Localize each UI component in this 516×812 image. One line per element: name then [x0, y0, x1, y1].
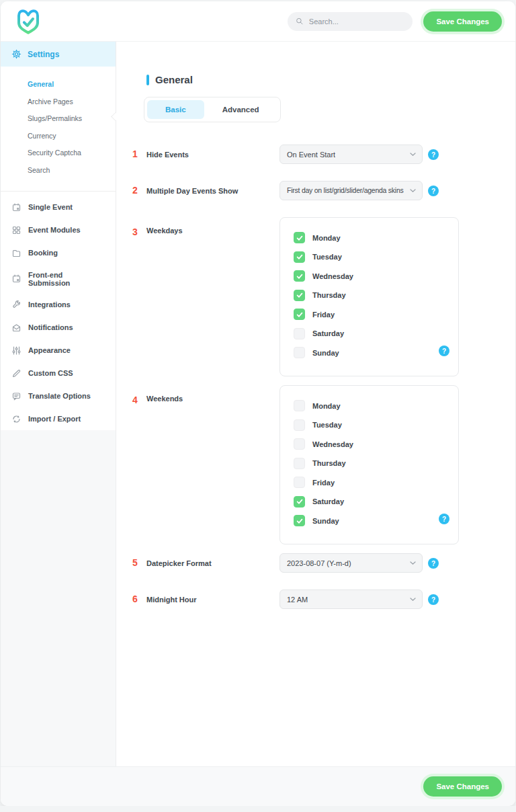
menu-label: Custom CSS	[28, 369, 73, 377]
sync-icon	[11, 414, 22, 424]
save-changes-button-footer[interactable]: Save Changes	[423, 776, 502, 797]
select-value: 12 AM	[287, 596, 308, 604]
tab-advanced[interactable]: Advanced	[204, 100, 277, 119]
menu-label: Front-end Submission	[28, 271, 105, 287]
chevron-down-icon	[410, 153, 416, 157]
day-label: Thursday	[312, 291, 346, 299]
sidebar-item-event-modules[interactable]: Event Modules	[1, 218, 116, 241]
save-changes-button-header[interactable]: Save Changes	[423, 11, 502, 32]
menu-label: Notifications	[28, 323, 73, 331]
help-icon[interactable]: ?	[428, 186, 439, 196]
sidebar-item-single-event[interactable]: Single Event	[1, 196, 116, 218]
field-label: Weekends	[146, 385, 280, 403]
checkbox-unchecked-icon[interactable]	[294, 438, 305, 450]
sidebar-item-general[interactable]: General	[28, 76, 116, 93]
select-value: On Event Start	[287, 151, 335, 159]
sidebar-item-currency[interactable]: Currency	[28, 128, 116, 145]
weekdays-panel: MondayTuesdayWednesdayThursdayFridaySatu…	[280, 217, 459, 376]
main-content: General Basic Advanced 1 Hide Events On …	[116, 42, 515, 766]
checkbox-checked-icon[interactable]	[294, 496, 305, 508]
day-label: Friday	[312, 479, 335, 487]
sidebar-item-appearance[interactable]: Appearance	[1, 339, 116, 362]
field-weekdays: 3 Weekdays MondayTuesdayWednesdayThursda…	[132, 217, 515, 376]
sidebar-item-slugs-permalinks[interactable]: Slugs/Permalinks	[28, 110, 116, 128]
checkbox-checked-icon[interactable]	[294, 232, 305, 243]
sidebar-item-security-captcha[interactable]: Security Captcha	[28, 145, 116, 162]
sidebar-item-booking[interactable]: Booking	[1, 241, 116, 264]
help-icon[interactable]: ?	[439, 346, 449, 356]
checkbox-checked-icon[interactable]	[294, 309, 305, 320]
search-input[interactable]	[309, 17, 405, 26]
day-checkbox-row: Wednesday	[294, 438, 449, 450]
menu-label: Single Event	[28, 203, 73, 211]
checkbox-checked-icon[interactable]	[294, 515, 305, 526]
sidebar-item-settings[interactable]: Settings	[1, 42, 116, 67]
field-midnight-hour: 6 Midnight Hour 12 AM ?	[132, 590, 515, 609]
footer-bar: Save Changes	[1, 766, 515, 806]
settings-submenu: General Archive Pages Slugs/Permalinks C…	[1, 67, 116, 186]
day-checkbox-row: Sunday	[294, 515, 449, 526]
checkbox-unchecked-icon[interactable]	[294, 419, 305, 431]
field-number: 2	[132, 181, 146, 196]
menu-label: Integrations	[28, 300, 71, 309]
day-checkbox-row: Sunday	[294, 347, 449, 358]
checkbox-unchecked-icon[interactable]	[294, 458, 305, 469]
multiple-day-events-select[interactable]: First day on list/grid/slider/agenda ski…	[280, 181, 423, 200]
field-number: 3	[132, 217, 146, 237]
sidebar-item-import-export[interactable]: Import / Export	[1, 407, 116, 430]
sidebar-item-frontend-submission[interactable]: Front-end Submission	[1, 264, 116, 293]
help-icon[interactable]: ?	[428, 149, 439, 160]
field-hide-events: 1 Hide Events On Event Start ?	[132, 145, 515, 164]
menu-label: Event Modules	[28, 226, 81, 234]
checkbox-checked-icon[interactable]	[294, 290, 305, 301]
field-number: 4	[132, 385, 146, 405]
day-checkbox-row: Monday	[294, 232, 449, 243]
select-value: First day on list/grid/slider/agenda ski…	[287, 187, 404, 194]
calendar-icon	[11, 274, 22, 284]
day-label: Sunday	[312, 349, 339, 357]
app-window: Save Changes Settings General Archi	[1, 1, 515, 806]
field-label: Midnight Hour	[146, 590, 280, 604]
sidebar-filler	[1, 430, 116, 766]
grid-icon	[11, 225, 22, 235]
day-label: Monday	[312, 234, 341, 242]
field-label: Datepicker Format	[146, 553, 280, 567]
day-checkbox-row: Saturday	[294, 328, 449, 339]
day-checkbox-row: Tuesday	[294, 251, 449, 263]
mec-logo-icon	[14, 7, 44, 36]
sidebar-item-search[interactable]: Search	[28, 162, 116, 179]
sidebar-item-archive-pages[interactable]: Archive Pages	[28, 93, 116, 111]
checkbox-unchecked-icon[interactable]	[294, 400, 305, 411]
chevron-down-icon	[410, 561, 416, 565]
folder-icon	[11, 248, 22, 258]
help-icon[interactable]: ?	[428, 558, 439, 569]
sidebar-item-translate-options[interactable]: Translate Options	[1, 384, 116, 407]
hide-events-select[interactable]: On Event Start	[280, 145, 423, 164]
checkbox-checked-icon[interactable]	[294, 270, 305, 282]
checkbox-checked-icon[interactable]	[294, 251, 305, 263]
tab-basic[interactable]: Basic	[147, 100, 204, 119]
day-label: Monday	[312, 402, 341, 410]
weekends-panel: MondayTuesdayWednesdayThursdayFridaySatu…	[280, 385, 459, 544]
day-label: Tuesday	[312, 421, 342, 429]
datepicker-format-select[interactable]: 2023-08-07 (Y-m-d)	[280, 553, 423, 573]
sidebar-settings-label: Settings	[28, 50, 59, 59]
basic-advanced-tabs: Basic Advanced	[144, 97, 281, 122]
sidebar-item-custom-css[interactable]: Custom CSS	[1, 362, 116, 384]
midnight-hour-select[interactable]: 12 AM	[280, 590, 423, 609]
sidebar-item-integrations[interactable]: Integrations	[1, 293, 116, 316]
sliders-icon	[11, 346, 22, 356]
field-number: 1	[132, 145, 146, 159]
menu-label: Booking	[28, 249, 58, 257]
checkbox-unchecked-icon[interactable]	[294, 477, 305, 488]
checkbox-unchecked-icon[interactable]	[294, 328, 305, 339]
chat-icon	[11, 391, 22, 401]
sidebar-item-notifications[interactable]: Notifications	[1, 316, 116, 339]
checkbox-unchecked-icon[interactable]	[294, 347, 305, 358]
help-icon[interactable]: ?	[439, 514, 449, 524]
field-label: Hide Events	[146, 145, 280, 159]
title-accent-bar	[146, 75, 149, 85]
menu-label: Translate Options	[28, 392, 91, 400]
help-icon[interactable]: ?	[428, 594, 439, 605]
search-icon	[296, 17, 303, 26]
